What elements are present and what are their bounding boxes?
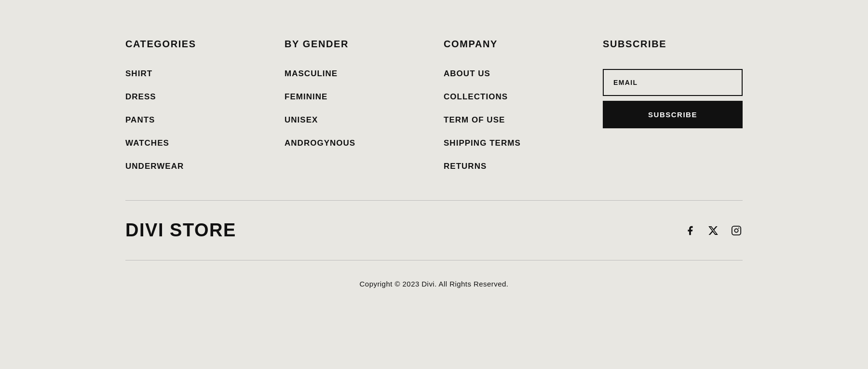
- shipping-terms-link[interactable]: SHIPPING TERMS: [444, 138, 521, 148]
- list-item: RETURNS: [444, 162, 583, 171]
- footer-bottom: DIVI STORE: [125, 201, 743, 260]
- list-item: TERM OF USE: [444, 115, 583, 125]
- company-heading: COMPANY: [444, 39, 583, 50]
- list-item: FEMININE: [285, 92, 424, 102]
- facebook-icon[interactable]: [684, 224, 696, 237]
- by-gender-links: MASCULINE FEMININE UNISEX ANDROGYNOUS: [285, 69, 424, 148]
- by-gender-column: BY GENDER MASCULINE FEMININE UNISEX ANDR…: [285, 39, 424, 171]
- subscribe-button[interactable]: SUBSCRIBE: [603, 101, 743, 128]
- underwear-link[interactable]: UNDERWEAR: [125, 162, 184, 171]
- categories-column: CATEGORIES SHIRT DRESS PANTS WATCHES UND…: [125, 39, 265, 171]
- list-item: ABOUT US: [444, 69, 583, 79]
- list-item: MASCULINE: [285, 69, 424, 79]
- returns-link[interactable]: RETURNS: [444, 162, 487, 171]
- instagram-icon[interactable]: [730, 224, 743, 237]
- subscribe-column: SUBSCRIBE SUBSCRIBE: [603, 39, 743, 171]
- by-gender-heading: BY GENDER: [285, 39, 424, 50]
- shirt-link[interactable]: SHIRT: [125, 69, 152, 78]
- list-item: SHIPPING TERMS: [444, 138, 583, 148]
- social-icons: [684, 224, 743, 237]
- footer-logo: DIVI STORE: [125, 220, 236, 241]
- collections-link[interactable]: COLLECTIONS: [444, 92, 508, 101]
- list-item: PANTS: [125, 115, 265, 125]
- list-item: DRESS: [125, 92, 265, 102]
- unisex-link[interactable]: UNISEX: [285, 115, 318, 124]
- term-of-use-link[interactable]: TERM OF USE: [444, 115, 505, 124]
- dress-link[interactable]: DRESS: [125, 92, 156, 101]
- list-item: UNISEX: [285, 115, 424, 125]
- footer: CATEGORIES SHIRT DRESS PANTS WATCHES UND…: [116, 0, 752, 317]
- list-item: SHIRT: [125, 69, 265, 79]
- androgynous-link[interactable]: ANDROGYNOUS: [285, 138, 355, 148]
- list-item: ANDROGYNOUS: [285, 138, 424, 148]
- pants-link[interactable]: PANTS: [125, 115, 155, 124]
- x-twitter-icon[interactable]: [707, 224, 719, 237]
- svg-point-2: [738, 227, 739, 228]
- masculine-link[interactable]: MASCULINE: [285, 69, 338, 78]
- svg-rect-0: [732, 226, 741, 234]
- list-item: WATCHES: [125, 138, 265, 148]
- footer-columns: CATEGORIES SHIRT DRESS PANTS WATCHES UND…: [125, 39, 743, 200]
- subscribe-heading: SUBSCRIBE: [603, 39, 743, 50]
- list-item: UNDERWEAR: [125, 162, 265, 171]
- email-field[interactable]: [603, 69, 743, 96]
- feminine-link[interactable]: FEMININE: [285, 92, 327, 101]
- categories-links: SHIRT DRESS PANTS WATCHES UNDERWEAR: [125, 69, 265, 171]
- company-column: COMPANY ABOUT US COLLECTIONS TERM OF USE…: [444, 39, 583, 171]
- footer-copyright: Copyright © 2023 Divi. All Rights Reserv…: [125, 260, 743, 317]
- about-us-link[interactable]: ABOUT US: [444, 69, 490, 78]
- watches-link[interactable]: WATCHES: [125, 138, 169, 148]
- svg-point-1: [734, 229, 738, 232]
- company-links: ABOUT US COLLECTIONS TERM OF USE SHIPPIN…: [444, 69, 583, 171]
- categories-heading: CATEGORIES: [125, 39, 265, 50]
- list-item: COLLECTIONS: [444, 92, 583, 102]
